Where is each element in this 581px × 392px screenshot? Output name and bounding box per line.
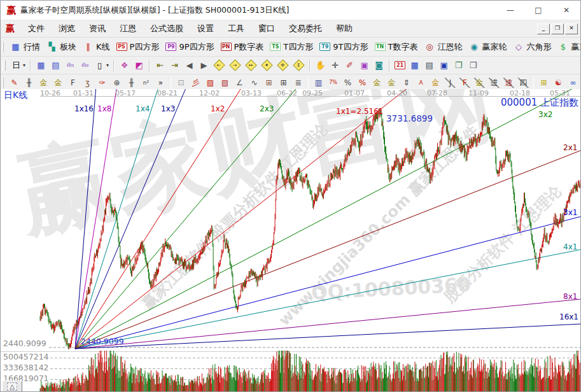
menu-item-5[interactable]: 设置 bbox=[190, 21, 221, 36]
shift-left-button[interactable]: ← bbox=[212, 59, 227, 73]
gann-fan-button[interactable]: 彡 bbox=[189, 76, 202, 90]
zoom-h-button[interactable]: ↔ bbox=[244, 59, 258, 73]
menu-item-3[interactable]: 江恩 bbox=[113, 21, 143, 36]
gold-grid-button[interactable]: 金 bbox=[37, 76, 50, 90]
square-n2-button[interactable]: n² bbox=[139, 76, 153, 90]
export-button[interactable]: ❐ bbox=[452, 59, 465, 73]
nav-first-button[interactable]: ⇤ bbox=[153, 59, 167, 73]
wave-tool-button[interactable]: ∿ bbox=[248, 76, 261, 90]
zoom-out-button[interactable]: ✦ bbox=[260, 59, 274, 73]
jin-line-button[interactable]: 进 bbox=[487, 76, 501, 90]
wand-button[interactable]: ✐ bbox=[343, 59, 356, 73]
menu-item-1[interactable]: 浏览 bbox=[52, 21, 82, 36]
ray-lines-button[interactable]: ≣ bbox=[291, 76, 305, 90]
menu-item-4[interactable]: 公式选股 bbox=[143, 21, 190, 36]
draw-pen-button[interactable]: ✎ bbox=[8, 76, 21, 90]
sectors-button[interactable]: ▚板块 bbox=[44, 40, 79, 54]
menu-item-2[interactable]: 资讯 bbox=[82, 21, 113, 36]
menu-item-6[interactable]: 工具 bbox=[221, 21, 251, 36]
menu-item-8[interactable]: 交易委托 bbox=[282, 21, 329, 36]
fan-box2-button[interactable]: ▧ bbox=[218, 76, 232, 90]
gold-grid2-button[interactable]: 金 bbox=[52, 76, 65, 90]
shift-right-button[interactable]: → bbox=[228, 59, 242, 73]
save-button[interactable]: ▣ bbox=[437, 59, 451, 73]
si-line-button[interactable]: 四 bbox=[517, 76, 530, 90]
t-number-button[interactable]: TNT数字表 bbox=[372, 40, 421, 54]
mdi-restore-button[interactable]: ❐ bbox=[551, 24, 564, 34]
fan-box-button[interactable]: ▨ bbox=[204, 76, 217, 90]
percent-red-button[interactable]: % bbox=[356, 76, 369, 90]
ruler-grid-button[interactable]: ╫ bbox=[125, 76, 138, 90]
hexagon-button[interactable]: ◇六角形 bbox=[510, 40, 554, 54]
infinity-button[interactable]: ∞ bbox=[566, 76, 580, 90]
print-button[interactable]: ❒ bbox=[466, 59, 480, 73]
toolbar-grip[interactable] bbox=[3, 42, 4, 52]
p9-square-button[interactable]: P99P四方形 bbox=[163, 40, 216, 54]
puzzle-button[interactable]: ◙ bbox=[372, 59, 386, 73]
yinyang-button[interactable]: ☯ bbox=[552, 76, 565, 90]
nav-last-button[interactable]: ⇥ bbox=[168, 59, 181, 73]
grid-box2-button[interactable]: ⊞ bbox=[277, 76, 290, 90]
p-square-button[interactable]: PSP四方形 bbox=[114, 40, 162, 54]
fib-grid-button[interactable]: F bbox=[66, 76, 80, 90]
grid-yellow-button[interactable]: ⊞ bbox=[537, 76, 550, 90]
t9-square-button[interactable]: T99T四方形 bbox=[317, 40, 370, 54]
info-list-button[interactable]: ▤ bbox=[49, 59, 62, 73]
menu-logo-icon[interactable]: 赢 bbox=[6, 23, 15, 34]
calculator-button[interactable]: ▦ bbox=[408, 59, 421, 73]
window-mode-button[interactable]: ▦ bbox=[34, 59, 48, 73]
angle-lines-button[interactable]: ∠ bbox=[233, 76, 246, 90]
gann-shape-button[interactable]: ▣ bbox=[358, 59, 371, 73]
j-line-button[interactable]: J bbox=[444, 76, 457, 90]
percent7-button[interactable]: 7% bbox=[326, 76, 340, 90]
quotes-button[interactable]: ▦行情 bbox=[8, 40, 43, 54]
toolbar-grip[interactable] bbox=[3, 60, 6, 71]
angle-pen-button[interactable]: ✑ bbox=[95, 76, 109, 90]
candle-style-button[interactable]: ▯▾ bbox=[93, 59, 110, 73]
t-square-button[interactable]: TST四方形 bbox=[267, 40, 316, 54]
kline-button[interactable]: ‖K线 bbox=[80, 40, 113, 54]
updown-button[interactable]: ⇕ bbox=[400, 76, 413, 90]
notes-button[interactable]: ▤ bbox=[423, 59, 436, 73]
circle-tool-button[interactable]: ⊕ bbox=[110, 76, 123, 90]
more-tools-button[interactable]: » bbox=[154, 76, 167, 90]
hand-tool-button[interactable]: ✋ bbox=[314, 59, 327, 73]
menu-item-0[interactable]: 文件 bbox=[21, 21, 52, 36]
a-wave-button[interactable]: A bbox=[414, 76, 428, 90]
menu-item-9[interactable]: 帮助 bbox=[329, 21, 360, 36]
grid-box-button[interactable]: ⊞ bbox=[262, 76, 276, 90]
minimize-button[interactable]: — bbox=[496, 1, 524, 20]
mdi-minimize-button[interactable]: _ bbox=[537, 24, 550, 34]
maximize-button[interactable]: □ bbox=[524, 1, 552, 20]
gold-line-button[interactable]: 金 bbox=[385, 76, 398, 90]
nav-next-button[interactable]: ▶ bbox=[197, 59, 211, 73]
percent-button[interactable]: % bbox=[341, 76, 354, 90]
toolbar-grip[interactable] bbox=[3, 78, 4, 88]
price-chart[interactable] bbox=[1, 89, 581, 392]
gann-wheel-button[interactable]: ◎江恩轮 bbox=[421, 40, 465, 54]
gold-circle-button[interactable]: 金 bbox=[370, 76, 384, 90]
colored-chart-button[interactable]: ◩ bbox=[132, 59, 146, 73]
zoom-all-button[interactable]: ✛ bbox=[276, 59, 290, 73]
pattern-button[interactable]: ❖ bbox=[118, 59, 131, 73]
gold-slash-button[interactable]: 金 bbox=[473, 76, 486, 90]
mdi-close-button[interactable]: ✕ bbox=[565, 24, 578, 34]
kline-9-button[interactable]: ılı₉ bbox=[78, 59, 92, 73]
grid-tool-button[interactable]: ╫ bbox=[22, 76, 36, 90]
su-line-button[interactable]: 速 bbox=[502, 76, 515, 90]
gold-button[interactable]: 金 bbox=[429, 76, 442, 90]
winner-wheel-button[interactable]: ◉赢家轮 bbox=[466, 40, 509, 54]
kline-3-button[interactable]: ılı₃ bbox=[64, 59, 77, 73]
box-select-button[interactable]: ⊡ bbox=[174, 76, 188, 90]
nav-prev-button[interactable]: ◀ bbox=[183, 59, 196, 73]
calendar-button[interactable]: 21 bbox=[393, 59, 407, 73]
menu-item-7[interactable]: 窗口 bbox=[251, 21, 282, 36]
winner-service-button[interactable]: $赢家服务 bbox=[555, 40, 581, 54]
percent-panel-button[interactable]: ▥ bbox=[312, 76, 325, 90]
zoom-v-button[interactable]: ↕ bbox=[291, 59, 306, 73]
period-button[interactable]: 日▾ bbox=[10, 59, 27, 73]
f-line-button[interactable]: F bbox=[458, 76, 472, 90]
p-number-button[interactable]: PNP数字表 bbox=[218, 40, 267, 54]
crosshair-button[interactable]: ✛ bbox=[328, 59, 342, 73]
annotation-tool-button[interactable]: △ bbox=[2, 381, 22, 392]
